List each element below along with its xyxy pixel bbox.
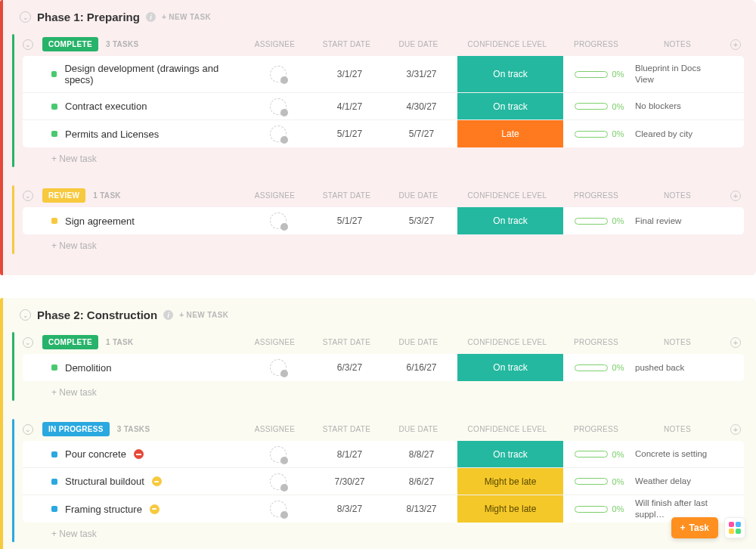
confidence-cell[interactable]: Late	[457, 120, 563, 147]
due-date-cell[interactable]: 6/16/27	[386, 362, 457, 373]
task-name-cell[interactable]: Demolition	[41, 355, 242, 380]
due-date-cell[interactable]: 8/8/27	[386, 449, 457, 460]
notes-cell[interactable]: No blockers	[635, 101, 726, 112]
notes-cell[interactable]: Weather delay	[635, 476, 726, 487]
start-date-cell[interactable]: 4/1/27	[314, 101, 386, 112]
new-task-button[interactable]: + NEW TASK	[162, 13, 211, 21]
start-date-cell[interactable]: 8/3/27	[314, 504, 386, 514]
progress-cell[interactable]: 0%	[563, 450, 635, 459]
assignee-cell[interactable]	[242, 473, 314, 490]
task-row[interactable]: Permits and Licenses5/1/275/7/27Late0%Cl…	[23, 120, 744, 147]
notes-cell[interactable]: Concrete is setting	[635, 448, 726, 460]
task-name-cell[interactable]: Design development (drawings and specs)	[41, 56, 242, 92]
new-task-row[interactable]: + New task	[23, 147, 744, 167]
start-date-cell[interactable]: 5/1/27	[314, 216, 386, 226]
status-pill[interactable]: REVIEW	[42, 188, 85, 203]
task-row[interactable]: Contract execution4/1/274/30/27On track0…	[23, 93, 744, 120]
progress-bar	[575, 218, 608, 225]
add-column-button[interactable]: +	[730, 424, 741, 435]
task-row[interactable]: Demolition6/3/276/16/27On track0%pushed …	[23, 354, 744, 381]
unassigned-avatar-icon	[270, 359, 287, 376]
new-task-row[interactable]: + New task	[23, 381, 744, 401]
progress-cell[interactable]: 0%	[563, 504, 635, 513]
notes-cell[interactable]: Blueprint in Docs View	[635, 63, 726, 85]
progress-cell[interactable]: 0%	[563, 216, 635, 225]
task-name-cell[interactable]: Pour concrete	[41, 442, 242, 467]
add-column-button[interactable]: +	[730, 337, 741, 348]
collapse-icon[interactable]: ⌄	[23, 424, 33, 435]
due-date-cell[interactable]: 4/30/27	[386, 101, 457, 112]
column-header-confidence: CONFIDENCE LEVEL	[454, 425, 560, 433]
column-header-progress: PROGRESS	[560, 40, 632, 48]
task-row[interactable]: Pour concrete8/1/278/8/27On track0%Concr…	[23, 441, 744, 468]
task-name-cell[interactable]: Structural buildout	[41, 469, 242, 494]
new-task-row[interactable]: + New task	[23, 234, 744, 254]
assignee-cell[interactable]	[242, 126, 314, 142]
status-pill[interactable]: COMPLETE	[42, 37, 98, 51]
status-pill[interactable]: COMPLETE	[42, 335, 98, 349]
progress-percent: 0%	[612, 102, 624, 111]
start-date-cell[interactable]: 5/1/27	[314, 129, 386, 139]
notes-cell[interactable]: pushed back	[635, 362, 726, 374]
start-date-cell[interactable]: 7/30/27	[314, 476, 386, 487]
task-row[interactable]: Structural buildout7/30/278/6/27Might be…	[23, 468, 744, 495]
progress-cell[interactable]: 0%	[563, 70, 635, 79]
confidence-cell[interactable]: On track	[457, 354, 563, 381]
collapse-icon[interactable]: ⌄	[20, 309, 31, 321]
due-date-cell[interactable]: 5/7/27	[386, 129, 457, 139]
collapse-icon[interactable]: ⌄	[23, 191, 33, 201]
phase-header: ⌄Phase 1: Preparingi+ NEW TASK	[12, 11, 744, 34]
start-date-cell[interactable]: 8/1/27	[314, 449, 386, 460]
column-header-start-date: START DATE	[311, 338, 383, 346]
confidence-cell[interactable]: Might be late	[457, 468, 563, 495]
confidence-cell[interactable]: On track	[457, 93, 563, 119]
collapse-icon[interactable]: ⌄	[23, 39, 33, 50]
start-date-cell[interactable]: 6/3/27	[314, 362, 386, 373]
notes-cell[interactable]: Final review	[635, 216, 726, 227]
apps-launcher-button[interactable]	[724, 517, 745, 538]
new-task-button[interactable]: + NEW TASK	[179, 311, 228, 319]
confidence-cell[interactable]: On track	[457, 207, 563, 234]
due-date-cell[interactable]: 3/31/27	[386, 69, 457, 79]
start-date-cell[interactable]: 3/1/27	[314, 69, 386, 79]
progress-cell[interactable]: 0%	[563, 102, 635, 111]
due-date-cell[interactable]: 8/6/27	[386, 476, 457, 487]
progress-cell[interactable]: 0%	[563, 363, 635, 372]
add-column-button[interactable]: +	[730, 191, 741, 201]
task-name-cell[interactable]: Contract execution	[41, 94, 242, 119]
collapse-icon[interactable]: ⌄	[20, 11, 31, 23]
task-name-cell[interactable]: Sign agreement	[41, 209, 242, 234]
info-icon[interactable]: i	[146, 12, 156, 22]
app-dot-icon	[729, 522, 734, 527]
confidence-cell[interactable]: Might be late	[457, 495, 563, 523]
info-icon[interactable]: i	[163, 310, 173, 320]
progress-cell[interactable]: 0%	[563, 129, 635, 138]
task-row[interactable]: Sign agreement5/1/275/3/27On track0%Fina…	[23, 207, 744, 234]
status-pill[interactable]: IN PROGRESS	[42, 422, 110, 436]
add-column-button[interactable]: +	[730, 39, 741, 50]
assignee-cell[interactable]	[242, 66, 314, 82]
confidence-cell[interactable]: On track	[457, 56, 563, 92]
status-column: COMPLETE3 TASKS	[41, 37, 239, 51]
task-name-cell[interactable]: Permits and Licenses	[41, 122, 242, 147]
progress-bar	[575, 506, 608, 513]
assignee-cell[interactable]	[242, 212, 314, 229]
collapse-icon[interactable]: ⌄	[23, 337, 33, 348]
new-task-row[interactable]: + New task	[23, 523, 744, 542]
task-name-cell[interactable]: Framing structure	[41, 497, 242, 522]
assignee-cell[interactable]	[242, 501, 314, 517]
assignee-cell[interactable]	[242, 359, 314, 376]
confidence-cell[interactable]: On track	[457, 441, 563, 467]
assignee-cell[interactable]	[242, 98, 314, 115]
assignee-cell[interactable]	[242, 446, 314, 463]
due-date-cell[interactable]: 8/13/27	[386, 504, 457, 514]
notes-cell[interactable]: Cleared by city	[635, 129, 726, 140]
column-header-progress: PROGRESS	[560, 425, 632, 433]
create-task-button[interactable]: + Task	[671, 517, 718, 538]
plus-icon: +	[680, 523, 686, 533]
progress-bar	[575, 71, 608, 78]
task-row[interactable]: Framing structure8/3/278/13/27Might be l…	[23, 495, 744, 523]
due-date-cell[interactable]: 5/3/27	[386, 216, 457, 226]
task-row[interactable]: Design development (drawings and specs)3…	[23, 56, 744, 93]
progress-cell[interactable]: 0%	[563, 477, 635, 486]
